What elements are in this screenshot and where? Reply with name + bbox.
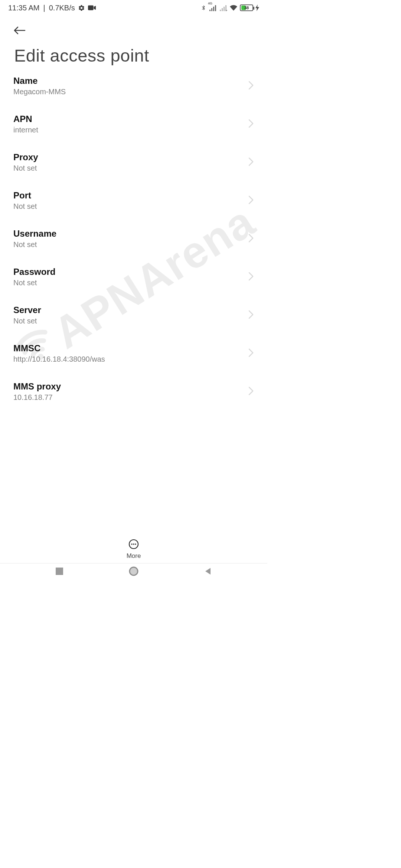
setting-row-name[interactable]: NameMegacom-MMS <box>13 67 254 105</box>
setting-row-port[interactable]: PortNot set <box>13 181 254 220</box>
svg-point-7 <box>130 567 138 575</box>
header: Edit access point <box>0 16 267 66</box>
chevron-right-icon <box>248 272 254 283</box>
setting-row-password[interactable]: PasswordNot set <box>13 258 254 296</box>
gear-icon <box>78 4 85 11</box>
setting-label: Name <box>13 76 66 86</box>
svg-point-5 <box>135 543 136 545</box>
arrow-left-icon <box>13 26 26 35</box>
setting-label: Proxy <box>13 152 38 162</box>
back-button[interactable] <box>11 22 27 39</box>
battery-indicator: 38 <box>240 4 253 11</box>
svg-rect-6 <box>56 568 63 575</box>
setting-value: Not set <box>13 164 38 172</box>
status-time: 11:35 AM <box>8 4 40 12</box>
chevron-right-icon <box>248 348 254 359</box>
triangle-left-icon <box>204 567 212 575</box>
settings-scroll[interactable]: NameMegacom-MMSAPNinternetProxyNot setPo… <box>0 67 267 536</box>
setting-label: Server <box>13 305 41 315</box>
svg-point-4 <box>133 543 134 545</box>
status-netspeed: 0.7KB/s <box>49 4 75 12</box>
status-bar: 11:35 AM | 0.7KB/s 4G 38 <box>0 0 267 16</box>
bluetooth-icon <box>200 4 206 11</box>
chevron-right-icon <box>248 310 254 321</box>
setting-label: Username <box>13 228 56 239</box>
setting-value: Not set <box>13 279 55 287</box>
setting-value: Megacom-MMS <box>13 88 66 96</box>
nav-home-button[interactable] <box>127 564 141 578</box>
charging-icon <box>255 4 259 11</box>
setting-label: APN <box>13 114 38 124</box>
chevron-right-icon <box>248 195 254 206</box>
setting-row-username[interactable]: UsernameNot set <box>13 220 254 258</box>
battery-percent: 38 <box>241 6 252 10</box>
setting-value: http://10.16.18.4:38090/was <box>13 355 105 364</box>
square-icon <box>56 568 63 575</box>
setting-label: MMSC <box>13 343 105 354</box>
setting-value: Not set <box>13 240 56 249</box>
setting-value: Not set <box>13 317 41 325</box>
setting-label: Password <box>13 267 55 277</box>
signal-4g-icon: 4G <box>209 4 217 11</box>
chevron-right-icon <box>248 80 254 92</box>
circle-icon <box>129 566 138 576</box>
setting-row-apn[interactable]: APNinternet <box>13 105 254 143</box>
chevron-right-icon <box>248 233 254 244</box>
bottom-dock: More <box>0 535 267 564</box>
setting-label: MMS proxy <box>13 381 61 392</box>
system-navbar <box>0 563 267 579</box>
setting-row-mmsc[interactable]: MMSChttp://10.16.18.4:38090/was <box>13 334 254 372</box>
more-label: More <box>127 552 141 560</box>
setting-value: 10.16.18.77 <box>13 393 61 402</box>
setting-value: internet <box>13 126 38 134</box>
signal-label: 4G <box>208 1 212 5</box>
setting-row-server[interactable]: ServerNot set <box>13 296 254 334</box>
status-divider: | <box>43 4 45 12</box>
settings-list: NameMegacom-MMSAPNinternetProxyNot setPo… <box>0 67 267 411</box>
more-button[interactable]: More <box>127 539 141 560</box>
setting-row-mmsproxy[interactable]: MMS proxy10.16.18.77 <box>13 372 254 411</box>
more-icon <box>128 539 139 551</box>
wifi-icon <box>229 4 238 11</box>
chevron-right-icon <box>248 157 254 168</box>
setting-label: Port <box>13 190 37 201</box>
chevron-right-icon <box>248 386 254 397</box>
camera-icon <box>88 5 96 11</box>
nav-recents-button[interactable] <box>52 564 66 578</box>
signal-nosim-icon <box>219 4 227 11</box>
page-title: Edit access point <box>14 45 253 66</box>
setting-value: Not set <box>13 202 37 211</box>
svg-point-3 <box>131 543 132 545</box>
setting-row-proxy[interactable]: ProxyNot set <box>13 143 254 181</box>
nav-back-button[interactable] <box>201 564 215 578</box>
svg-rect-1 <box>88 6 94 10</box>
chevron-right-icon <box>248 119 254 130</box>
